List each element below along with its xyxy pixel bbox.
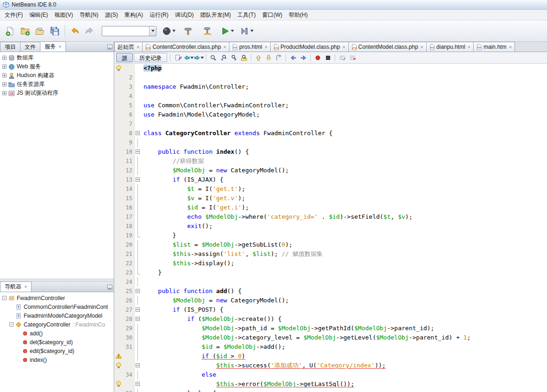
expand-toggle-icon[interactable]: +	[2, 73, 7, 78]
menu-team[interactable]: 团队开发(M)	[197, 10, 234, 20]
close-tab-icon[interactable]: ×	[420, 45, 423, 50]
doc-tab-start-page[interactable]: 起始页×	[114, 42, 143, 52]
start-macro-button[interactable]	[313, 53, 323, 63]
menu-run[interactable]: 运行(R)	[146, 10, 172, 20]
gutter-cell[interactable]: 17	[114, 212, 135, 222]
fold-toggle-icon[interactable]	[136, 317, 140, 321]
gutter-cell[interactable]: 6	[114, 110, 135, 119]
tree-item-fwadmin-controller-use[interactable]: Common\Controller\FwadminCont	[0, 302, 114, 311]
warning-icon[interactable]	[116, 353, 122, 360]
tree-item-hudson-builders[interactable]: +Hudson 构建器	[0, 71, 114, 80]
expand-toggle-icon[interactable]: +	[2, 56, 7, 60]
tree-item-method-del[interactable]: del($category_id)	[0, 338, 114, 346]
find-next-button[interactable]	[228, 53, 239, 63]
fold-toggle-icon[interactable]	[136, 307, 140, 312]
gutter-cell[interactable]: 19	[114, 231, 135, 240]
tree-item-method-edit[interactable]: edit($category_id)	[0, 346, 114, 355]
gutter-cell[interactable]: 8	[114, 129, 135, 138]
minimize-panel-button[interactable]	[107, 284, 112, 290]
deploy-button[interactable]	[161, 24, 176, 39]
gutter-cell[interactable]: 20	[114, 240, 135, 249]
menu-debug[interactable]: 调试(D)	[172, 10, 197, 20]
open-project-button[interactable]	[33, 24, 47, 39]
tree-item-web-services[interactable]: +Web 服务	[0, 62, 114, 71]
expand-toggle-icon[interactable]: -	[2, 296, 7, 300]
toggle-bookmark-button[interactable]	[274, 53, 284, 63]
next-occurrence-button[interactable]	[263, 53, 274, 63]
close-tab-icon[interactable]: ×	[342, 45, 345, 50]
gutter-cell[interactable]: 13	[114, 175, 135, 184]
tree-item-method-add[interactable]: add()	[0, 329, 114, 338]
gutter-cell[interactable]: 9	[114, 138, 135, 147]
fold-toggle-icon[interactable]	[136, 177, 140, 182]
gutter-cell[interactable]: 16	[114, 203, 135, 212]
gutter-cell[interactable]: 10	[114, 147, 135, 157]
panel-tab-services[interactable]: 服务×	[40, 41, 66, 52]
gutter-cell[interactable]: 18	[114, 222, 135, 231]
doc-tab-content-controller[interactable]: phpContentController.class.php×	[142, 42, 229, 52]
minimize-panel-button[interactable]	[107, 44, 112, 50]
menu-tools[interactable]: 工具(T)	[234, 10, 259, 20]
expand-toggle-icon[interactable]: +	[2, 91, 7, 95]
close-tab-icon[interactable]: ×	[137, 45, 139, 50]
gutter-cell[interactable]: 4	[114, 91, 135, 101]
gutter-cell[interactable]: 36	[114, 389, 135, 392]
expand-toggle-icon[interactable]: +	[2, 65, 7, 69]
gutter-cell[interactable]: 30	[114, 333, 135, 342]
services-tree[interactable]: +数据库+Web 服务+Hudson 构建器+任务资源库+JSJS 测试驱动程序	[0, 52, 114, 279]
tree-item-databases[interactable]: +数据库	[0, 53, 114, 62]
previous-occurrence-button[interactable]	[253, 53, 263, 63]
gutter-cell[interactable]	[114, 64, 135, 73]
source-view-button[interactable]: 源	[116, 53, 133, 62]
tree-item-category-controller-class[interactable]: -CategoryController::FwadminCo	[0, 320, 114, 329]
gutter-cell[interactable]: 2	[114, 73, 135, 82]
shift-right-button[interactable]	[298, 53, 308, 63]
hint-bulb-icon[interactable]	[116, 65, 122, 73]
gutter-cell[interactable]: 3	[114, 82, 135, 91]
redo-button[interactable]	[82, 24, 97, 39]
hint-bulb-icon[interactable]	[116, 381, 122, 389]
close-tab-icon[interactable]: ×	[265, 45, 267, 50]
gutter-cell[interactable]: 15	[114, 194, 135, 203]
gutter-cell[interactable]: 12	[114, 166, 135, 175]
gutter-cell[interactable]: 34	[114, 370, 135, 379]
last-edit-position-button[interactable]	[173, 53, 183, 63]
gutter-cell[interactable]: 11	[114, 157, 135, 166]
gutter-cell[interactable]: 24	[114, 277, 135, 287]
build-button[interactable]	[181, 24, 195, 39]
gutter-cell[interactable]: 14	[114, 184, 135, 194]
new-file-button[interactable]	[3, 24, 18, 39]
close-tab-icon[interactable]: ×	[59, 44, 61, 49]
configuration-combo[interactable]	[102, 26, 156, 36]
debug-button[interactable]	[239, 24, 254, 39]
tree-item-fwadmin-controller-ns[interactable]: -Fwadmin\Controller	[0, 294, 114, 302]
gutter-cell[interactable]: 31	[114, 342, 135, 352]
new-project-button[interactable]	[18, 24, 33, 39]
gutter-cell[interactable]: 26	[114, 296, 135, 305]
menu-file[interactable]: 文件(F)	[1, 10, 26, 20]
menu-refactor[interactable]: 重构(A)	[121, 10, 146, 20]
menu-help[interactable]: 帮助(H)	[286, 10, 311, 20]
fold-toggle-icon[interactable]	[136, 382, 140, 386]
fold-toggle-icon[interactable]	[136, 363, 140, 367]
close-tab-icon[interactable]: ×	[468, 45, 470, 50]
save-all-button[interactable]	[47, 24, 62, 39]
clean-build-button[interactable]	[200, 24, 215, 39]
back-button[interactable]	[183, 53, 194, 63]
menu-edit[interactable]: 编辑(E)	[26, 10, 51, 20]
find-previous-button[interactable]	[218, 53, 228, 63]
panel-tab-projects[interactable]: 项目	[0, 42, 20, 52]
doc-tab-dianpu-html[interactable]: <>dianpu.html×	[426, 42, 474, 52]
tree-item-task-repositories[interactable]: +任务资源库	[0, 80, 114, 89]
doc-tab-content-model[interactable]: phpContentModel.class.php×	[348, 42, 427, 52]
fold-toggle-icon[interactable]	[136, 131, 140, 135]
gutter-cell[interactable]: 22	[114, 259, 135, 268]
gutter-cell[interactable]: 29	[114, 324, 135, 333]
toggle-highlight-button[interactable]	[239, 53, 249, 63]
gutter-cell[interactable]	[114, 379, 135, 389]
doc-tab-product-model[interactable]: phpProductModel.class.php×	[270, 42, 349, 52]
gutter-cell[interactable]: 23	[114, 268, 135, 277]
gutter-cell[interactable]: 7	[114, 119, 135, 129]
close-tab-icon[interactable]: ×	[509, 45, 512, 50]
find-selection-button[interactable]	[208, 53, 218, 63]
